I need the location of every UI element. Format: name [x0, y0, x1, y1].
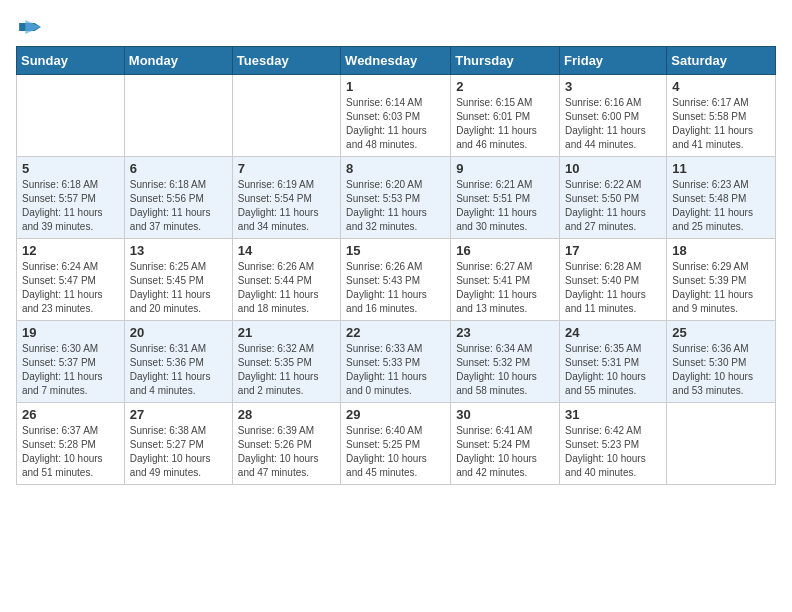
day-info: Sunrise: 6:27 AMSunset: 5:41 PMDaylight:…	[456, 261, 537, 314]
logo-arrow-icon	[18, 20, 42, 34]
day-info: Sunrise: 6:36 AMSunset: 5:30 PMDaylight:…	[672, 343, 753, 396]
calendar-cell: 10Sunrise: 6:22 AMSunset: 5:50 PMDayligh…	[560, 156, 667, 238]
day-info: Sunrise: 6:34 AMSunset: 5:32 PMDaylight:…	[456, 343, 537, 396]
day-number: 22	[346, 325, 445, 340]
calendar-cell: 2Sunrise: 6:15 AMSunset: 6:01 PMDaylight…	[451, 74, 560, 156]
weekday-header: Monday	[124, 46, 232, 74]
day-info: Sunrise: 6:21 AMSunset: 5:51 PMDaylight:…	[456, 179, 537, 232]
calendar-cell: 13Sunrise: 6:25 AMSunset: 5:45 PMDayligh…	[124, 238, 232, 320]
calendar-cell: 1Sunrise: 6:14 AMSunset: 6:03 PMDaylight…	[341, 74, 451, 156]
day-number: 3	[565, 79, 661, 94]
calendar-cell: 7Sunrise: 6:19 AMSunset: 5:54 PMDaylight…	[232, 156, 340, 238]
calendar-cell	[667, 402, 776, 484]
svg-marker-2	[25, 20, 41, 34]
day-number: 29	[346, 407, 445, 422]
day-number: 2	[456, 79, 554, 94]
day-number: 28	[238, 407, 335, 422]
day-number: 12	[22, 243, 119, 258]
day-info: Sunrise: 6:40 AMSunset: 5:25 PMDaylight:…	[346, 425, 427, 478]
day-number: 14	[238, 243, 335, 258]
day-number: 23	[456, 325, 554, 340]
day-info: Sunrise: 6:38 AMSunset: 5:27 PMDaylight:…	[130, 425, 211, 478]
calendar-cell: 5Sunrise: 6:18 AMSunset: 5:57 PMDaylight…	[17, 156, 125, 238]
day-info: Sunrise: 6:24 AMSunset: 5:47 PMDaylight:…	[22, 261, 103, 314]
weekday-header: Friday	[560, 46, 667, 74]
calendar-table: SundayMondayTuesdayWednesdayThursdayFrid…	[16, 46, 776, 485]
calendar-cell: 28Sunrise: 6:39 AMSunset: 5:26 PMDayligh…	[232, 402, 340, 484]
day-number: 10	[565, 161, 661, 176]
day-number: 16	[456, 243, 554, 258]
day-number: 25	[672, 325, 770, 340]
day-info: Sunrise: 6:39 AMSunset: 5:26 PMDaylight:…	[238, 425, 319, 478]
calendar-cell: 11Sunrise: 6:23 AMSunset: 5:48 PMDayligh…	[667, 156, 776, 238]
calendar-cell: 26Sunrise: 6:37 AMSunset: 5:28 PMDayligh…	[17, 402, 125, 484]
calendar-cell: 9Sunrise: 6:21 AMSunset: 5:51 PMDaylight…	[451, 156, 560, 238]
day-info: Sunrise: 6:42 AMSunset: 5:23 PMDaylight:…	[565, 425, 646, 478]
calendar-cell: 25Sunrise: 6:36 AMSunset: 5:30 PMDayligh…	[667, 320, 776, 402]
calendar-cell: 23Sunrise: 6:34 AMSunset: 5:32 PMDayligh…	[451, 320, 560, 402]
weekday-header: Saturday	[667, 46, 776, 74]
day-number: 18	[672, 243, 770, 258]
day-number: 11	[672, 161, 770, 176]
day-number: 20	[130, 325, 227, 340]
day-number: 27	[130, 407, 227, 422]
weekday-header: Thursday	[451, 46, 560, 74]
day-info: Sunrise: 6:25 AMSunset: 5:45 PMDaylight:…	[130, 261, 211, 314]
day-number: 19	[22, 325, 119, 340]
calendar-cell: 12Sunrise: 6:24 AMSunset: 5:47 PMDayligh…	[17, 238, 125, 320]
day-info: Sunrise: 6:26 AMSunset: 5:44 PMDaylight:…	[238, 261, 319, 314]
day-number: 26	[22, 407, 119, 422]
calendar-cell	[232, 74, 340, 156]
day-number: 8	[346, 161, 445, 176]
day-info: Sunrise: 6:14 AMSunset: 6:03 PMDaylight:…	[346, 97, 427, 150]
day-number: 30	[456, 407, 554, 422]
day-info: Sunrise: 6:30 AMSunset: 5:37 PMDaylight:…	[22, 343, 103, 396]
day-number: 4	[672, 79, 770, 94]
weekday-header: Tuesday	[232, 46, 340, 74]
calendar-cell: 31Sunrise: 6:42 AMSunset: 5:23 PMDayligh…	[560, 402, 667, 484]
day-info: Sunrise: 6:17 AMSunset: 5:58 PMDaylight:…	[672, 97, 753, 150]
day-number: 7	[238, 161, 335, 176]
day-info: Sunrise: 6:33 AMSunset: 5:33 PMDaylight:…	[346, 343, 427, 396]
day-info: Sunrise: 6:19 AMSunset: 5:54 PMDaylight:…	[238, 179, 319, 232]
logo	[16, 16, 42, 36]
weekday-header: Sunday	[17, 46, 125, 74]
day-number: 24	[565, 325, 661, 340]
calendar-cell: 22Sunrise: 6:33 AMSunset: 5:33 PMDayligh…	[341, 320, 451, 402]
calendar-cell	[17, 74, 125, 156]
calendar-cell: 15Sunrise: 6:26 AMSunset: 5:43 PMDayligh…	[341, 238, 451, 320]
day-number: 13	[130, 243, 227, 258]
calendar-cell: 17Sunrise: 6:28 AMSunset: 5:40 PMDayligh…	[560, 238, 667, 320]
weekday-header: Wednesday	[341, 46, 451, 74]
calendar-cell: 29Sunrise: 6:40 AMSunset: 5:25 PMDayligh…	[341, 402, 451, 484]
day-info: Sunrise: 6:31 AMSunset: 5:36 PMDaylight:…	[130, 343, 211, 396]
day-info: Sunrise: 6:35 AMSunset: 5:31 PMDaylight:…	[565, 343, 646, 396]
day-info: Sunrise: 6:37 AMSunset: 5:28 PMDaylight:…	[22, 425, 103, 478]
day-info: Sunrise: 6:41 AMSunset: 5:24 PMDaylight:…	[456, 425, 537, 478]
calendar-cell: 18Sunrise: 6:29 AMSunset: 5:39 PMDayligh…	[667, 238, 776, 320]
calendar-cell: 19Sunrise: 6:30 AMSunset: 5:37 PMDayligh…	[17, 320, 125, 402]
day-info: Sunrise: 6:18 AMSunset: 5:57 PMDaylight:…	[22, 179, 103, 232]
day-info: Sunrise: 6:18 AMSunset: 5:56 PMDaylight:…	[130, 179, 211, 232]
calendar-cell: 24Sunrise: 6:35 AMSunset: 5:31 PMDayligh…	[560, 320, 667, 402]
day-info: Sunrise: 6:20 AMSunset: 5:53 PMDaylight:…	[346, 179, 427, 232]
day-info: Sunrise: 6:28 AMSunset: 5:40 PMDaylight:…	[565, 261, 646, 314]
calendar-cell: 16Sunrise: 6:27 AMSunset: 5:41 PMDayligh…	[451, 238, 560, 320]
calendar-cell: 6Sunrise: 6:18 AMSunset: 5:56 PMDaylight…	[124, 156, 232, 238]
day-number: 1	[346, 79, 445, 94]
calendar-cell: 27Sunrise: 6:38 AMSunset: 5:27 PMDayligh…	[124, 402, 232, 484]
calendar-cell: 3Sunrise: 6:16 AMSunset: 6:00 PMDaylight…	[560, 74, 667, 156]
page-header	[16, 16, 776, 36]
day-info: Sunrise: 6:16 AMSunset: 6:00 PMDaylight:…	[565, 97, 646, 150]
calendar-cell: 14Sunrise: 6:26 AMSunset: 5:44 PMDayligh…	[232, 238, 340, 320]
day-number: 6	[130, 161, 227, 176]
calendar-cell: 21Sunrise: 6:32 AMSunset: 5:35 PMDayligh…	[232, 320, 340, 402]
day-info: Sunrise: 6:15 AMSunset: 6:01 PMDaylight:…	[456, 97, 537, 150]
day-info: Sunrise: 6:32 AMSunset: 5:35 PMDaylight:…	[238, 343, 319, 396]
calendar-cell: 4Sunrise: 6:17 AMSunset: 5:58 PMDaylight…	[667, 74, 776, 156]
day-info: Sunrise: 6:26 AMSunset: 5:43 PMDaylight:…	[346, 261, 427, 314]
day-number: 17	[565, 243, 661, 258]
day-number: 21	[238, 325, 335, 340]
day-info: Sunrise: 6:29 AMSunset: 5:39 PMDaylight:…	[672, 261, 753, 314]
calendar-cell: 8Sunrise: 6:20 AMSunset: 5:53 PMDaylight…	[341, 156, 451, 238]
